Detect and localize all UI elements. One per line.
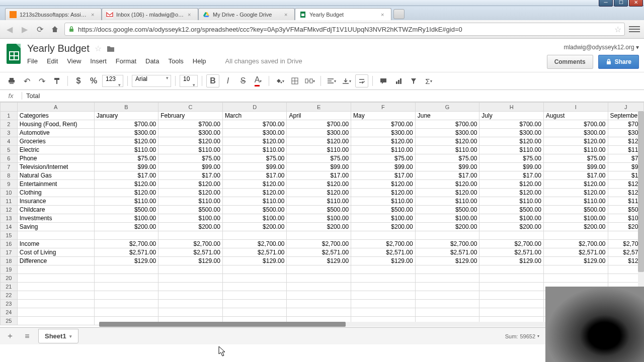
cell[interactable]: $110.00 (287, 146, 351, 154)
cell[interactable]: Natural Gas (17, 171, 94, 180)
cell[interactable]: $110.00 (415, 197, 479, 206)
cell[interactable]: $120.00 (479, 189, 544, 197)
cell[interactable] (17, 308, 94, 317)
cell[interactable] (222, 291, 287, 300)
currency-button[interactable]: $ (72, 74, 85, 87)
cell[interactable]: $2,700.00 (222, 240, 287, 248)
cell[interactable]: $700.00 (415, 120, 479, 129)
paint-format-button[interactable] (50, 74, 63, 87)
cell[interactable]: $129.00 (287, 257, 351, 265)
all-sheets-button[interactable]: ≡ (21, 330, 33, 342)
cell[interactable]: $110.00 (94, 146, 158, 154)
cell[interactable]: $120.00 (415, 137, 479, 146)
cell[interactable]: Entertainment (17, 180, 94, 189)
reload-button[interactable]: ⟳ (34, 24, 45, 35)
browser-tab-1[interactable]: Inbox (106) - mladwig@ody… × (102, 8, 198, 20)
cell[interactable]: $500.00 (479, 206, 544, 214)
cell[interactable] (479, 274, 544, 283)
print-button[interactable] (5, 74, 18, 87)
cell[interactable] (222, 231, 287, 240)
row-header-6[interactable]: 6 (1, 154, 18, 163)
cell[interactable]: $99.00 (222, 163, 287, 171)
cell[interactable]: $110.00 (94, 197, 158, 206)
cell[interactable]: $17.00 (543, 171, 608, 180)
back-button[interactable]: ◀ (4, 24, 15, 35)
cell[interactable]: $100.00 (479, 214, 544, 223)
row-header-7[interactable]: 7 (1, 163, 18, 171)
row-header-4[interactable]: 4 (1, 137, 18, 146)
cell[interactable]: $2,700.00 (479, 240, 544, 248)
cell[interactable]: $99.00 (94, 163, 158, 171)
cell[interactable]: Difference (17, 257, 94, 265)
cell[interactable]: $300.00 (158, 129, 223, 137)
cell[interactable] (94, 274, 158, 283)
menu-insert[interactable]: Insert (90, 57, 107, 65)
cell[interactable]: Insurance (17, 197, 94, 206)
sheets-logo-icon[interactable] (5, 43, 23, 65)
cell[interactable]: $120.00 (543, 189, 608, 197)
cell[interactable]: $100.00 (287, 214, 351, 223)
cell[interactable] (94, 231, 158, 240)
cell[interactable] (222, 274, 287, 283)
undo-button[interactable]: ↶ (20, 74, 33, 87)
cell[interactable]: $129.00 (222, 257, 287, 265)
chrome-menu-button[interactable] (629, 24, 640, 35)
cell[interactable]: $120.00 (94, 180, 158, 189)
cell[interactable]: $2,700.00 (287, 240, 351, 248)
col-header-G[interactable]: G (415, 103, 479, 112)
cell[interactable] (287, 231, 351, 240)
cell[interactable]: $110.00 (287, 197, 351, 206)
cell[interactable]: $2,571.00 (222, 248, 287, 257)
row-header-18[interactable]: 18 (1, 257, 18, 265)
cell[interactable] (158, 308, 223, 317)
cell[interactable]: $110.00 (158, 146, 223, 154)
row-header-19[interactable]: 19 (1, 265, 18, 274)
cell[interactable] (17, 265, 94, 274)
cell[interactable] (17, 231, 94, 240)
insert-comment-button[interactable] (377, 74, 390, 87)
cell[interactable]: $129.00 (351, 257, 416, 265)
cell[interactable]: $110.00 (479, 146, 544, 154)
percent-button[interactable]: % (87, 74, 100, 87)
cell[interactable]: $2,700.00 (158, 240, 223, 248)
cell[interactable]: $300.00 (287, 129, 351, 137)
text-color-button[interactable]: A ▾ (252, 74, 265, 87)
select-all-corner[interactable] (1, 103, 18, 112)
cell[interactable]: $110.00 (222, 197, 287, 206)
cell[interactable]: $120.00 (351, 137, 416, 146)
user-email[interactable]: mladwig@odysseyk12.org ▾ (564, 44, 639, 51)
cell[interactable] (158, 283, 223, 291)
cell[interactable]: $200.00 (351, 223, 416, 231)
cell[interactable]: $129.00 (94, 257, 158, 265)
cell[interactable]: $100.00 (158, 214, 223, 223)
cell[interactable]: $500.00 (222, 206, 287, 214)
cell[interactable] (158, 300, 223, 308)
row-header-17[interactable]: 17 (1, 248, 18, 257)
cell[interactable]: $300.00 (94, 129, 158, 137)
row-header-25[interactable]: 25 (1, 317, 18, 325)
close-icon[interactable]: × (188, 12, 194, 18)
chevron-down-icon[interactable]: ▾ (69, 334, 72, 339)
valign-button[interactable]: ▾ (340, 74, 353, 87)
cell[interactable] (415, 283, 479, 291)
cell[interactable] (479, 300, 544, 308)
cell[interactable]: Phone (17, 154, 94, 163)
row-header-3[interactable]: 3 (1, 129, 18, 137)
strikethrough-button[interactable]: S (236, 74, 250, 87)
cell[interactable] (415, 274, 479, 283)
cell[interactable]: $2,700.00 (543, 240, 608, 248)
col-header-H[interactable]: H (479, 103, 544, 112)
comments-button[interactable]: Comments (547, 55, 593, 69)
cell[interactable]: June (415, 112, 479, 120)
cell[interactable]: $700.00 (287, 120, 351, 129)
row-header-13[interactable]: 13 (1, 214, 18, 223)
cell[interactable]: $120.00 (158, 137, 223, 146)
cell[interactable]: $2,571.00 (543, 248, 608, 257)
cell[interactable]: $700.00 (543, 120, 608, 129)
cell[interactable] (479, 308, 544, 317)
cell[interactable]: $2,700.00 (415, 240, 479, 248)
cell[interactable]: April (287, 112, 351, 120)
cell[interactable]: $120.00 (415, 189, 479, 197)
window-maximize-button[interactable]: ☐ (614, 0, 628, 7)
cell[interactable]: $2,571.00 (479, 248, 544, 257)
